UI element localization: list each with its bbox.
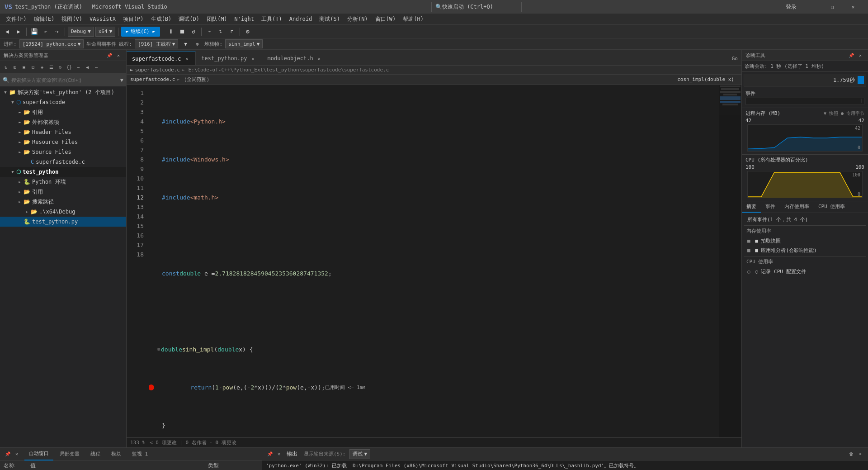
output-pin[interactable]: 📌 bbox=[266, 450, 274, 458]
se-btn2[interactable]: ⊞ bbox=[11, 63, 19, 71]
minimize-button[interactable]: ─ bbox=[801, 0, 822, 14]
tree-header-files[interactable]: ► 📂 Header Files bbox=[0, 127, 126, 137]
maximize-button[interactable]: □ bbox=[822, 0, 843, 14]
menu-night[interactable]: N'ight bbox=[231, 14, 258, 24]
crumb-function[interactable]: cosh_impl(double x) bbox=[674, 76, 738, 82]
toolbar-back[interactable]: ◀ bbox=[2, 27, 12, 37]
tab-testpython[interactable]: test_python.py ✕ bbox=[196, 52, 262, 65]
menu-tools[interactable]: 工具(T) bbox=[258, 14, 286, 24]
thread-filter-icon[interactable]: ▼ bbox=[181, 39, 190, 48]
watch1-tab[interactable]: 监视 1 bbox=[127, 448, 152, 461]
menu-test[interactable]: 测试(S) bbox=[316, 14, 344, 24]
crumb-file[interactable]: superfastcode.c bbox=[130, 76, 175, 82]
menu-window[interactable]: 窗口(W) bbox=[372, 14, 400, 24]
step-over[interactable]: ↷ bbox=[204, 27, 214, 37]
debug-config-dropdown[interactable]: Debug ▼ bbox=[68, 27, 94, 37]
se-btn3[interactable]: ▣ bbox=[20, 63, 28, 71]
events-summary-item[interactable]: 所有事件(1 个，共 4 个) bbox=[744, 215, 866, 224]
close-panel-icon[interactable]: ✕ bbox=[114, 51, 123, 59]
code-content[interactable]: #include <Python.h> #include <Windows.h>… bbox=[149, 85, 719, 437]
tab-moduleobject-close[interactable]: ✕ bbox=[316, 55, 322, 62]
toolbar-redo[interactable]: ↷ bbox=[52, 27, 62, 37]
se-btn7[interactable]: ⊕ bbox=[56, 63, 64, 71]
menu-analyze[interactable]: 分析(N) bbox=[344, 14, 372, 24]
memory-mode[interactable]: ▼ 快照 ● 专用字节 bbox=[824, 110, 864, 117]
thread-search-icon[interactable]: ⊕ bbox=[193, 39, 202, 48]
se-btn9[interactable]: → bbox=[74, 63, 82, 71]
se-btn6[interactable]: ☰ bbox=[47, 63, 55, 71]
quick-search-bar[interactable]: 🔍 快速启动 (Ctrl+Q) bbox=[431, 2, 522, 12]
toolbar-undo[interactable]: ↶ bbox=[41, 27, 51, 37]
auto-tab[interactable]: 自动窗口 bbox=[24, 448, 53, 461]
diag-tab-cpu[interactable]: CPU 使用率 bbox=[814, 201, 850, 213]
tree-superfastcode-c[interactable]: C superfastcode.c bbox=[0, 157, 126, 167]
tree-ext-deps[interactable]: ► 📂 外部依赖项 bbox=[0, 117, 126, 127]
menu-file[interactable]: 文件(F) bbox=[2, 14, 30, 24]
tab-superfastcode[interactable]: superfastcode.c ✕ bbox=[127, 52, 196, 65]
filter-icon[interactable]: ▼ bbox=[120, 77, 123, 83]
pin-icon[interactable]: 📌 bbox=[105, 51, 113, 59]
menu-edit[interactable]: 编辑(E) bbox=[30, 14, 58, 24]
zoom-level[interactable]: 133 % bbox=[130, 440, 145, 446]
se-btn10[interactable]: ◀ bbox=[83, 63, 91, 71]
menu-project[interactable]: 项目(P) bbox=[119, 14, 147, 24]
toolbar-forward[interactable]: ▶ bbox=[14, 27, 24, 37]
menu-team[interactable]: 团队(M) bbox=[203, 14, 231, 24]
thread-tab[interactable]: 线程 bbox=[86, 448, 105, 461]
tree-source-files[interactable]: ► 📂 Source Files bbox=[0, 147, 126, 157]
stack-dropdown[interactable]: sinh_impl ▼ bbox=[225, 39, 263, 48]
diag-pin-icon[interactable]: 📌 bbox=[847, 51, 855, 59]
menu-vassistx[interactable]: VAssistX bbox=[86, 14, 119, 24]
login-label[interactable]: 登录 bbox=[786, 3, 797, 11]
diag-close-icon[interactable]: ✕ bbox=[856, 51, 864, 59]
toolbar-save[interactable]: 💾 bbox=[29, 27, 39, 37]
tab-moduleobject[interactable]: moduleobject.h ✕ bbox=[262, 52, 328, 65]
menu-android[interactable]: Android bbox=[286, 14, 316, 24]
close-button[interactable]: ✕ bbox=[843, 0, 863, 14]
restart-btn[interactable]: ↺ bbox=[189, 27, 198, 37]
diag-tab-summary[interactable]: 摘要 bbox=[742, 201, 761, 213]
menu-build[interactable]: 生成(B) bbox=[147, 14, 175, 24]
se-btn4[interactable]: ⊡ bbox=[29, 63, 37, 71]
locals-tab[interactable]: 局部变量 bbox=[55, 448, 84, 461]
menu-view[interactable]: 视图(V) bbox=[58, 14, 86, 24]
se-btn5[interactable]: ◈ bbox=[38, 63, 46, 71]
thread-dropdown[interactable]: [916] 主线程 ▼ bbox=[135, 39, 178, 48]
tree-search-path[interactable]: ► 📂 搜索路径 bbox=[0, 197, 126, 207]
tree-debug-path[interactable]: ► 📂 .\x64\Debug bbox=[0, 207, 126, 217]
crumb-scope-link[interactable]: （全局范围） bbox=[182, 76, 212, 83]
diag-tab-events[interactable]: 事件 bbox=[761, 201, 780, 213]
tree-superfastcode[interactable]: ▼ ⬡ superfastcode bbox=[0, 97, 126, 107]
output-close[interactable]: ✕ bbox=[275, 450, 283, 458]
platform-dropdown[interactable]: x64 ▼ bbox=[95, 27, 116, 37]
toolbar-more[interactable]: ⚙ bbox=[243, 27, 253, 37]
tree-python-env[interactable]: ► 🐍 Python 环境 bbox=[0, 177, 126, 187]
tab-superfastcode-close[interactable]: ✕ bbox=[184, 56, 190, 62]
cpu-record-item[interactable]: ○ ○ 记录 CPU 配置文件 bbox=[744, 267, 866, 276]
process-dropdown[interactable]: [19524] python.exe ▼ bbox=[19, 39, 84, 48]
quick-snapshot-item[interactable]: ■ ■ 拍取快照 bbox=[744, 236, 866, 246]
tree-ref2[interactable]: ► 📂 引用 bbox=[0, 187, 126, 197]
se-btn8[interactable]: {} bbox=[65, 63, 73, 71]
se-btn1[interactable]: ↻ bbox=[2, 63, 10, 71]
step-out[interactable]: ↱ bbox=[227, 27, 237, 37]
diag-tab-memory[interactable]: 内存使用率 bbox=[780, 201, 814, 213]
tab-testpython-close[interactable]: ✕ bbox=[250, 55, 256, 62]
tab-go-button[interactable]: Go bbox=[728, 52, 741, 65]
continue-button[interactable]: ► 继续(C) ► bbox=[121, 27, 160, 37]
modules-tab[interactable]: 模块 bbox=[107, 448, 126, 461]
auto-win-pin[interactable]: 📌 bbox=[4, 450, 12, 458]
output-wrap[interactable]: ⌧ bbox=[856, 450, 864, 458]
menu-help[interactable]: 帮助(H) bbox=[399, 14, 427, 24]
menu-debug[interactable]: 调试(D) bbox=[175, 14, 203, 24]
auto-win-close[interactable]: ✕ bbox=[13, 450, 21, 458]
tree-resource-files[interactable]: ► 📂 Resource Files bbox=[0, 137, 126, 147]
tree-solution[interactable]: ▼ 📁 解决方案'test_python' (2 个项目) bbox=[0, 87, 126, 97]
output-source-dropdown[interactable]: 调试 ▼ bbox=[349, 449, 371, 459]
stop-btn[interactable]: ⏹ bbox=[177, 27, 187, 37]
fold-7[interactable]: ⊟ bbox=[156, 347, 161, 352]
step-into[interactable]: ↴ bbox=[216, 27, 226, 37]
output-clear[interactable]: 🗑 bbox=[847, 450, 855, 458]
solution-search-bar[interactable]: 🔍 ▼ bbox=[0, 74, 126, 86]
heap-analysis-item[interactable]: ■ ■ 应用堆分析(会影响性能) bbox=[744, 246, 866, 255]
